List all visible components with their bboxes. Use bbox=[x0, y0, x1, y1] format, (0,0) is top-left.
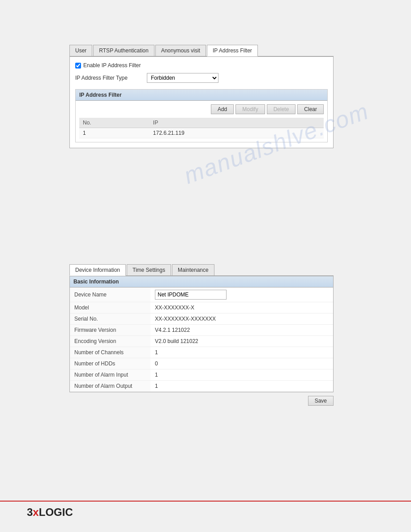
tab-anon[interactable]: Anonymous visit bbox=[155, 45, 206, 56]
basic-info-header: Basic Information bbox=[70, 276, 333, 287]
tab-device-info[interactable]: Device Information bbox=[69, 264, 126, 276]
filter-type-label: IP Address Filter Type bbox=[75, 75, 147, 81]
bottom-section: Device Information Time Settings Mainten… bbox=[69, 264, 334, 406]
enable-row: Enable IP Address Filter bbox=[75, 62, 328, 69]
channels-value: 1 bbox=[150, 347, 333, 358]
footer: 3xLOGIC bbox=[0, 501, 411, 519]
device-name-input[interactable] bbox=[155, 290, 227, 300]
encoding-label: Encoding Version bbox=[70, 336, 150, 347]
tab-rtsp[interactable]: RTSP Authentication bbox=[93, 45, 154, 56]
tab-time-settings[interactable]: Time Settings bbox=[127, 264, 171, 275]
firmware-label: Firmware Version bbox=[70, 325, 150, 336]
col-no: No. bbox=[79, 118, 150, 128]
row-ip: 172.6.21.119 bbox=[150, 128, 324, 138]
device-name-label: Device Name bbox=[70, 287, 150, 302]
ip-filter-panel: Enable IP Address Filter IP Address Filt… bbox=[69, 56, 334, 148]
save-button[interactable]: Save bbox=[308, 396, 334, 406]
serial-value: XX-XXXXXXX-XXXXXXX bbox=[150, 313, 333, 325]
row-no: 1 bbox=[79, 128, 150, 138]
model-row: Model XX-XXXXXXX-X bbox=[70, 302, 333, 313]
ip-filter-section-header: IP Address Filter bbox=[76, 90, 327, 101]
buttons-row: Add Modify Delete Clear bbox=[79, 104, 324, 114]
col-ip: IP bbox=[150, 118, 324, 128]
save-row: Save bbox=[69, 396, 334, 406]
add-button[interactable]: Add bbox=[211, 104, 234, 114]
filter-type-row: IP Address Filter Type Forbidden Allowed bbox=[75, 73, 328, 83]
enable-ip-filter-checkbox[interactable] bbox=[75, 63, 81, 69]
alarm-output-value: 1 bbox=[150, 381, 333, 392]
logo-x: x bbox=[33, 506, 39, 518]
device-name-row: Device Name bbox=[70, 287, 333, 302]
channels-row: Number of Channels 1 bbox=[70, 347, 333, 358]
alarm-output-row: Number of Alarm Output 1 bbox=[70, 381, 333, 392]
table-row: 1 172.6.21.119 bbox=[79, 128, 324, 138]
bottom-tabs: Device Information Time Settings Mainten… bbox=[69, 264, 334, 276]
firmware-row: Firmware Version V4.2.1 121022 bbox=[70, 325, 333, 336]
top-tabs: User RTSP Authentication Anonymous visit… bbox=[69, 45, 334, 56]
model-value: XX-XXXXXXX-X bbox=[150, 302, 333, 313]
clear-button[interactable]: Clear bbox=[297, 104, 324, 114]
info-table: Device Name Model XX-XXXXXXX-X Serial No… bbox=[70, 287, 333, 392]
page-wrapper: User RTSP Authentication Anonymous visit… bbox=[0, 0, 411, 532]
enable-ip-filter-label: Enable IP Address Filter bbox=[83, 62, 141, 69]
firmware-value: V4.2.1 121022 bbox=[150, 325, 333, 336]
alarm-input-value: 1 bbox=[150, 369, 333, 381]
ip-filter-section: IP Address Filter Add Modify Delete Clea… bbox=[75, 89, 328, 142]
hdds-value: 0 bbox=[150, 358, 333, 369]
footer-logo: 3xLOGIC bbox=[27, 506, 411, 519]
encoding-row: Encoding Version V2.0 build 121022 bbox=[70, 336, 333, 347]
device-info-panel: Basic Information Device Name Model XX-X… bbox=[69, 276, 334, 392]
tab-user[interactable]: User bbox=[69, 45, 92, 56]
tab-ip-filter[interactable]: IP Address Filter bbox=[207, 45, 258, 56]
device-name-value bbox=[150, 287, 333, 302]
alarm-input-label: Number of Alarm Input bbox=[70, 369, 150, 381]
hdds-label: Number of HDDs bbox=[70, 358, 150, 369]
alarm-output-label: Number of Alarm Output bbox=[70, 381, 150, 392]
modify-button[interactable]: Modify bbox=[235, 104, 265, 114]
tab-maintenance[interactable]: Maintenance bbox=[172, 264, 214, 275]
alarm-input-row: Number of Alarm Input 1 bbox=[70, 369, 333, 381]
top-section: User RTSP Authentication Anonymous visit… bbox=[69, 45, 334, 148]
serial-row: Serial No. XX-XXXXXXX-XXXXXXX bbox=[70, 313, 333, 325]
serial-label: Serial No. bbox=[70, 313, 150, 325]
delete-button[interactable]: Delete bbox=[267, 104, 296, 114]
filter-type-select[interactable]: Forbidden Allowed bbox=[147, 73, 218, 83]
channels-label: Number of Channels bbox=[70, 347, 150, 358]
ip-filter-body: Add Modify Delete Clear No. IP bbox=[76, 101, 327, 142]
ip-table: No. IP 1 172.6.21.119 bbox=[79, 118, 324, 138]
model-label: Model bbox=[70, 302, 150, 313]
encoding-value: V2.0 build 121022 bbox=[150, 336, 333, 347]
hdds-row: Number of HDDs 0 bbox=[70, 358, 333, 369]
